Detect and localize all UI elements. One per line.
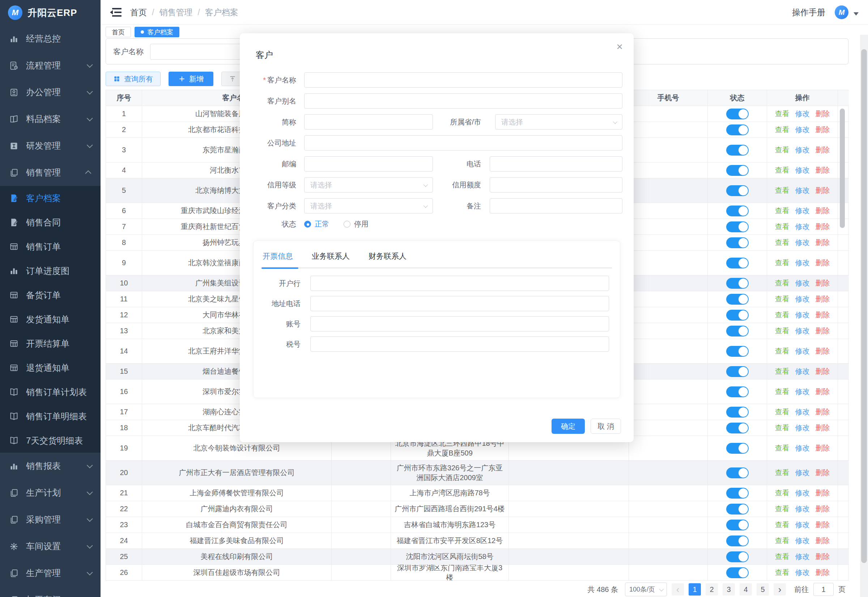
chevron-down-icon[interactable] xyxy=(853,12,859,16)
edit-link[interactable]: 修改 xyxy=(795,488,810,498)
view-link[interactable]: 查看 xyxy=(775,125,789,135)
delete-link[interactable]: 删除 xyxy=(816,186,830,195)
view-link[interactable]: 查看 xyxy=(775,186,789,195)
page-button-4[interactable]: 4 xyxy=(740,583,752,596)
edit-link[interactable]: 修改 xyxy=(795,407,810,417)
sidebar-item[interactable]: 销售订单计划表 xyxy=(0,380,101,404)
sidebar-item[interactable]: 销售管理 xyxy=(0,159,101,186)
delete-link[interactable]: 删除 xyxy=(816,536,830,546)
delete-link[interactable]: 删除 xyxy=(816,520,830,530)
view-link[interactable]: 查看 xyxy=(775,536,789,546)
delete-link[interactable]: 删除 xyxy=(816,206,830,215)
account-field[interactable] xyxy=(310,316,609,331)
page-button-2[interactable]: 2 xyxy=(706,583,718,596)
edit-link[interactable]: 修改 xyxy=(795,552,810,561)
view-link[interactable]: 查看 xyxy=(775,407,789,417)
status-toggle[interactable] xyxy=(726,346,749,357)
view-link[interactable]: 查看 xyxy=(775,488,789,498)
status-toggle[interactable] xyxy=(726,165,749,176)
status-toggle[interactable] xyxy=(726,503,749,514)
sidebar-item[interactable]: 生产计划 xyxy=(0,480,101,506)
delete-link[interactable]: 删除 xyxy=(816,125,830,135)
status-toggle[interactable] xyxy=(726,567,749,578)
edit-link[interactable]: 修改 xyxy=(795,326,810,336)
category-select[interactable]: 请选择 xyxy=(304,198,433,214)
delete-link[interactable]: 删除 xyxy=(816,568,830,578)
edit-link[interactable]: 修改 xyxy=(795,443,810,453)
next-page-button[interactable]: › xyxy=(773,583,786,596)
view-link[interactable]: 查看 xyxy=(775,165,789,175)
status-toggle[interactable] xyxy=(726,145,749,156)
view-link[interactable]: 查看 xyxy=(775,520,789,530)
sidebar-item[interactable]: 研发管理 xyxy=(0,132,101,159)
modal-tab-inactive[interactable]: 财务联系人 xyxy=(369,251,406,261)
credit-level-select[interactable]: 请选择 xyxy=(304,177,433,193)
sidebar-item[interactable]: 生产管理 xyxy=(0,560,101,587)
delete-link[interactable]: 删除 xyxy=(816,346,830,356)
bank-field[interactable] xyxy=(310,276,609,291)
status-toggle[interactable] xyxy=(726,366,749,377)
edit-link[interactable]: 修改 xyxy=(795,367,810,376)
view-link[interactable]: 查看 xyxy=(775,367,789,376)
view-tab-active[interactable]: 客户档案 xyxy=(135,27,179,37)
view-link[interactable]: 查看 xyxy=(775,238,789,248)
edit-link[interactable]: 修改 xyxy=(795,222,810,232)
delete-link[interactable]: 删除 xyxy=(816,165,830,175)
view-link[interactable]: 查看 xyxy=(775,468,789,478)
sidebar-item[interactable]: 客户档案 xyxy=(0,186,101,210)
edit-link[interactable]: 修改 xyxy=(795,206,810,215)
breadcrumb-item[interactable]: 首页 xyxy=(130,7,147,18)
status-toggle[interactable] xyxy=(726,258,749,269)
view-link[interactable]: 查看 xyxy=(775,310,789,320)
modal-tab-active[interactable]: 开票信息 xyxy=(262,251,293,261)
edit-link[interactable]: 修改 xyxy=(795,568,810,578)
sidebar-item[interactable]: 采购管理 xyxy=(0,506,101,533)
edit-link[interactable]: 修改 xyxy=(795,520,810,530)
sidebar-item[interactable]: 车间设置 xyxy=(0,533,101,560)
view-link[interactable]: 查看 xyxy=(775,222,789,232)
edit-link[interactable]: 修改 xyxy=(795,504,810,514)
phone-field[interactable] xyxy=(490,156,622,171)
edit-link[interactable]: 修改 xyxy=(795,346,810,356)
delete-link[interactable]: 删除 xyxy=(816,423,830,433)
edit-link[interactable]: 修改 xyxy=(795,145,810,155)
confirm-button[interactable]: 确定 xyxy=(551,419,585,434)
customer-alias-field[interactable] xyxy=(304,94,622,108)
status-toggle[interactable] xyxy=(726,125,749,135)
sidebar-item[interactable]: 退货通知单 xyxy=(0,356,101,380)
delete-link[interactable]: 删除 xyxy=(816,488,830,498)
sidebar-item[interactable]: 销售订单明细表 xyxy=(0,404,101,428)
edit-link[interactable]: 修改 xyxy=(795,310,810,320)
view-link[interactable]: 查看 xyxy=(775,568,789,578)
goto-page-input[interactable] xyxy=(813,583,834,596)
page-scrollbar-thumb[interactable] xyxy=(861,49,867,563)
edit-link[interactable]: 修改 xyxy=(795,165,810,175)
avatar[interactable]: M xyxy=(835,6,849,19)
status-toggle[interactable] xyxy=(726,108,749,119)
delete-link[interactable]: 删除 xyxy=(816,552,830,561)
view-link[interactable]: 查看 xyxy=(775,326,789,336)
edit-link[interactable]: 修改 xyxy=(795,125,810,135)
delete-link[interactable]: 删除 xyxy=(816,443,830,453)
edit-link[interactable]: 修改 xyxy=(795,238,810,248)
company-address-field[interactable] xyxy=(304,135,622,150)
delete-link[interactable]: 删除 xyxy=(816,367,830,376)
delete-link[interactable]: 删除 xyxy=(816,278,830,288)
delete-link[interactable]: 删除 xyxy=(816,387,830,397)
status-toggle[interactable] xyxy=(726,386,749,397)
delete-link[interactable]: 删除 xyxy=(816,145,830,155)
view-link[interactable]: 查看 xyxy=(775,423,789,433)
status-radio-selected[interactable]: 正常 xyxy=(304,219,329,229)
status-toggle[interactable] xyxy=(726,468,749,478)
edit-link[interactable]: 修改 xyxy=(795,387,810,397)
delete-link[interactable]: 删除 xyxy=(816,310,830,320)
close-icon[interactable]: × xyxy=(616,41,623,52)
sidebar-item[interactable]: 料品档案 xyxy=(0,105,101,132)
edit-link[interactable]: 修改 xyxy=(795,536,810,546)
edit-link[interactable]: 修改 xyxy=(795,186,810,195)
view-tab-inactive[interactable]: 首页 xyxy=(106,27,131,37)
edit-link[interactable]: 修改 xyxy=(795,109,810,119)
province-select[interactable]: 请选择 xyxy=(495,114,622,129)
sidebar-item[interactable]: 销售报表 xyxy=(0,453,101,480)
sidebar-item[interactable]: 销售合同 xyxy=(0,210,101,235)
